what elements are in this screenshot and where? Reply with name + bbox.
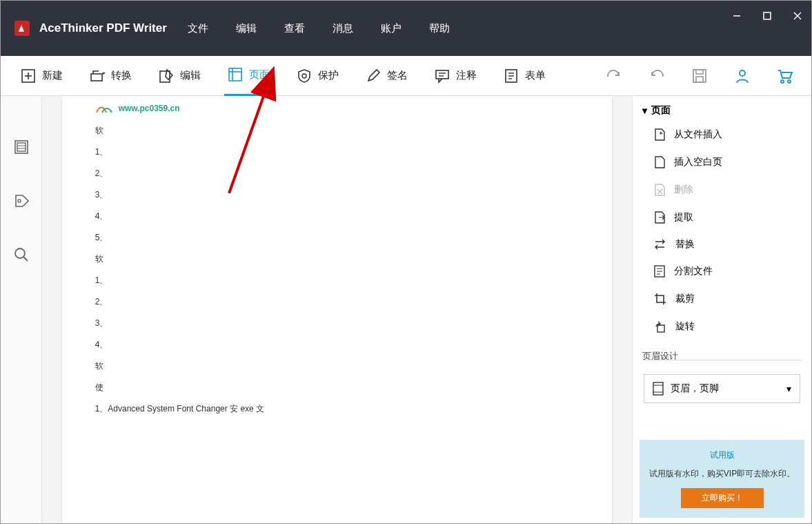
app-title: AceThinker PDF Writer xyxy=(39,21,167,35)
sp-replace[interactable]: 替换 xyxy=(633,231,811,258)
tool-edit[interactable]: 编辑 xyxy=(155,56,204,96)
plus-square-icon xyxy=(20,68,37,84)
doc-line: 软 xyxy=(95,125,580,137)
account-button[interactable] xyxy=(733,66,752,86)
file-insert-icon xyxy=(653,128,666,142)
svg-rect-22 xyxy=(696,77,703,82)
tool-convert[interactable]: 转换 xyxy=(86,56,135,96)
menu-help[interactable]: 帮助 xyxy=(429,22,450,35)
header-footer-dropdown[interactable]: 页眉，页脚 ▾ xyxy=(644,374,800,403)
extract-icon xyxy=(653,211,666,224)
tool-edit-label: 编辑 xyxy=(180,69,201,82)
pen-icon xyxy=(365,68,382,84)
tool-comment-label: 注释 xyxy=(456,69,477,82)
doc-line: 2、 xyxy=(95,168,580,179)
doc-url: www.pc0359.cn xyxy=(119,104,180,113)
svg-point-23 xyxy=(740,70,745,76)
doc-line: 使 xyxy=(95,382,580,394)
edit-icon xyxy=(158,68,175,84)
trial-banner: 试用版 试用版有水印，购买VIP即可去除水印。 立即购买！ xyxy=(640,440,804,518)
doc-last-line: 1、Advanced System Font Changer 安 exe 文 xyxy=(95,403,580,415)
sp-rotate[interactable]: 旋转 xyxy=(633,313,811,340)
page-icon xyxy=(227,66,244,83)
sp-crop[interactable]: 裁剪 xyxy=(633,285,811,313)
doc-line: 软 xyxy=(95,253,580,265)
tool-page[interactable]: 页面 xyxy=(224,56,273,96)
svg-point-31 xyxy=(15,249,25,258)
replace-icon xyxy=(653,238,667,251)
chevron-down-icon: ▾ xyxy=(642,105,647,116)
trial-text: 试用版有水印，购买VIP即可去除水印。 xyxy=(646,468,798,480)
menu-file[interactable]: 文件 xyxy=(188,22,208,35)
undo-button[interactable] xyxy=(647,66,666,86)
crop-icon xyxy=(653,292,667,306)
sp-delete[interactable]: 删除 xyxy=(633,176,811,204)
rotate-icon xyxy=(653,320,667,333)
doc-line: 5、 xyxy=(95,232,580,244)
comment-icon xyxy=(434,68,450,84)
svg-rect-1 xyxy=(764,12,771,19)
header-footer-icon xyxy=(653,382,664,396)
form-icon xyxy=(503,68,519,84)
doc-line: 1、 xyxy=(95,275,580,287)
svg-point-12 xyxy=(302,74,306,78)
cart-button[interactable] xyxy=(775,66,795,86)
svg-rect-8 xyxy=(160,71,170,82)
split-icon xyxy=(653,264,666,278)
tool-protect[interactable]: 保护 xyxy=(293,56,341,96)
tool-sign[interactable]: 签名 xyxy=(362,56,410,96)
trial-title: 试用版 xyxy=(646,449,798,461)
tool-convert-label: 转换 xyxy=(111,69,132,82)
svg-point-30 xyxy=(18,200,21,202)
menu-account[interactable]: 账户 xyxy=(381,22,402,35)
svg-rect-40 xyxy=(653,382,663,395)
tags-button[interactable] xyxy=(12,191,31,211)
doc-line: 4、 xyxy=(95,339,580,351)
save-button[interactable] xyxy=(690,66,709,86)
svg-rect-7 xyxy=(91,74,102,81)
thumbnails-button[interactable] xyxy=(12,137,31,157)
blank-page-icon xyxy=(653,155,666,169)
doc-line: 2、 xyxy=(95,296,580,308)
svg-rect-13 xyxy=(436,70,448,79)
tool-protect-label: 保护 xyxy=(318,69,339,82)
delete-page-icon xyxy=(653,183,666,197)
close-button[interactable] xyxy=(789,8,806,24)
doc-line: 3、 xyxy=(95,189,580,201)
svg-rect-20 xyxy=(693,70,706,82)
redo-button[interactable] xyxy=(604,66,624,86)
document-canvas[interactable]: www.pc0359.cn 软1、2、3、4、5、软1、2、3、4、软使 1、A… xyxy=(42,96,632,524)
app-logo xyxy=(14,21,30,36)
svg-line-32 xyxy=(23,257,28,261)
menu-edit[interactable]: 编辑 xyxy=(236,22,257,35)
tool-form[interactable]: 表单 xyxy=(500,56,548,96)
tool-sign-label: 签名 xyxy=(387,69,408,82)
menu-view[interactable]: 查看 xyxy=(284,22,305,35)
svg-rect-27 xyxy=(17,143,26,151)
doc-line: 3、 xyxy=(95,318,580,329)
sp-insert-from-file[interactable]: 从文件插入 xyxy=(633,121,811,148)
sp-split[interactable]: 分割文件 xyxy=(633,258,811,285)
tool-new-label: 新建 xyxy=(42,69,63,82)
doc-logo-icon xyxy=(95,101,115,115)
svg-point-25 xyxy=(788,80,791,83)
sp-extract[interactable]: 提取 xyxy=(633,204,811,231)
doc-line: 软 xyxy=(95,360,580,372)
shield-icon xyxy=(296,68,313,84)
sp-insert-blank[interactable]: 插入空白页 xyxy=(633,148,811,176)
tool-comment[interactable]: 注释 xyxy=(431,56,479,96)
buy-now-button[interactable]: 立即购买！ xyxy=(681,488,764,508)
svg-point-24 xyxy=(781,80,784,83)
sidepanel-section-header-footer: 页眉设计 xyxy=(633,340,811,367)
svg-rect-39 xyxy=(657,325,664,332)
minimize-button[interactable] xyxy=(729,8,745,24)
convert-icon xyxy=(89,68,106,84)
doc-line: 4、 xyxy=(95,211,580,222)
menu-message[interactable]: 消息 xyxy=(333,22,353,35)
chevron-down-icon: ▾ xyxy=(786,383,791,394)
svg-rect-21 xyxy=(696,70,703,74)
tool-new[interactable]: 新建 xyxy=(17,56,66,96)
search-button[interactable] xyxy=(12,245,31,264)
sidepanel-header[interactable]: ▾ 页面 xyxy=(633,96,811,121)
maximize-button[interactable] xyxy=(759,8,775,24)
